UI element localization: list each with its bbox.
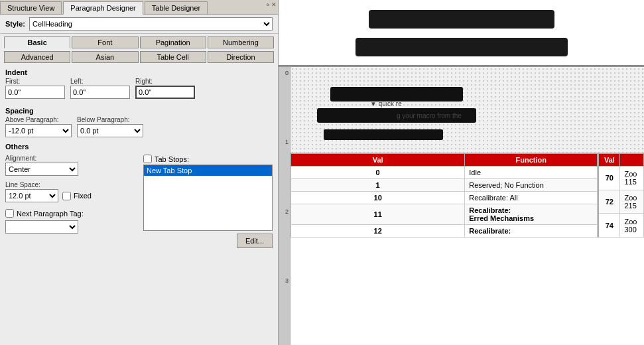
tab-stops-checkbox-row: Tab Stops:	[143, 155, 273, 163]
indent-right-label: Right:	[135, 78, 195, 85]
td-func-11: Recalibrate:Erred Mechanisms	[465, 204, 598, 225]
table-row: 0 Idle	[291, 167, 598, 179]
fixed-checkbox-row: Fixed	[62, 192, 92, 200]
table-row: 1 Reserved; No Function	[291, 179, 598, 192]
doc-thick-bar-2	[355, 38, 568, 56]
others-section: Others	[0, 140, 278, 152]
indent-title: Indent	[5, 68, 273, 76]
sec-row: 72 Zoo215	[598, 190, 643, 214]
style-row: Style: CellHeading	[0, 15, 278, 34]
hint-text2: ▼ quick re	[370, 100, 402, 107]
indent-first-label: First:	[5, 78, 65, 85]
sec-td-70: 70	[598, 167, 620, 190]
alignment-group: Alignment: Center	[5, 155, 138, 176]
tab-stops-checkbox[interactable]	[143, 155, 152, 163]
indent-first-input[interactable]	[5, 86, 65, 99]
subtab-numbering[interactable]: Numbering	[208, 36, 274, 48]
indent-first-group: First:	[5, 78, 65, 99]
others-title: Others	[5, 143, 273, 151]
td-val-10: 10	[291, 192, 465, 204]
spacing-below-label: Below Paragraph:	[77, 116, 143, 123]
subtab-advanced[interactable]: Advanced	[4, 51, 70, 63]
tab-structure-view[interactable]: Structure View	[0, 1, 62, 14]
spacing-section: Spacing Above Paragraph: -12.0 pt Below …	[0, 104, 278, 140]
alignment-select[interactable]: Center	[5, 163, 78, 176]
map-section: g your macro from the ▼ quick re	[290, 67, 644, 153]
tab-bar: Structure View Paragraph Designer Table …	[0, 0, 278, 15]
style-select[interactable]: CellHeading	[29, 17, 273, 31]
fixed-label: Fixed	[74, 192, 92, 200]
line-numbers: 0 1 2 3	[279, 67, 290, 345]
td-func-12: Recalibrate:	[465, 225, 598, 238]
others-content: Alignment: Center Line Space: 12.0 pt Fi…	[0, 152, 278, 251]
others-right-col: Tab Stops: New Tab Stop Edit...	[143, 155, 273, 248]
tab-paragraph-designer[interactable]: Paragraph Designer	[63, 1, 143, 15]
subtab-direction[interactable]: Direction	[208, 51, 274, 63]
edit-button[interactable]: Edit...	[237, 234, 273, 248]
tab-stop-item-new[interactable]: New Tab Stop	[144, 165, 272, 176]
tab-stops-label: Tab Stops:	[155, 155, 189, 163]
spacing-title: Spacing	[5, 107, 273, 115]
subtab-basic[interactable]: Basic	[4, 36, 70, 48]
indent-left-group: Left:	[70, 78, 130, 99]
spacing-above-group: Above Paragraph: -12.0 pt	[5, 116, 72, 137]
indent-right-input[interactable]	[135, 86, 195, 99]
sec-td-zoo1: Zoo115	[620, 167, 644, 190]
line-space-label: Line Space:	[5, 181, 138, 188]
subtab-asian[interactable]: Asian	[72, 51, 138, 63]
table-row: 12 Recalibrate:	[291, 225, 598, 238]
indent-fields: First: Left: Right:	[5, 78, 273, 99]
spacing-fields: Above Paragraph: -12.0 pt Below Paragrap…	[5, 116, 273, 137]
subtab-font[interactable]: Font	[72, 36, 138, 48]
sec-row: 74 Zoo300	[598, 214, 643, 238]
next-para-select[interactable]	[5, 220, 78, 234]
td-func-1: Reserved; No Function	[465, 179, 598, 192]
td-func-0: Idle	[465, 167, 598, 179]
td-func-10: Recalibrate: All	[465, 192, 598, 204]
page-content: g your macro from the ▼ quick re Val Fun…	[290, 67, 644, 345]
right-bottom: 0 1 2 3 g your macro from the ▼ quick re	[279, 67, 644, 345]
right-panel: 0 1 2 3 g your macro from the ▼ quick re	[279, 0, 644, 345]
spacing-above-select[interactable]: -12.0 pt	[5, 124, 72, 137]
indent-left-label: Left:	[70, 78, 130, 85]
td-val-0: 0	[291, 167, 465, 179]
line-num-1: 1	[279, 137, 290, 206]
secondary-table: Val 70 Zoo115 72 Zoo215	[598, 153, 644, 238]
data-table: Val Function 0 Idle 1 Reserved; No	[290, 153, 598, 238]
line-num-2: 2	[279, 207, 290, 276]
indent-left-input[interactable]	[70, 86, 130, 99]
tab-stops-list[interactable]: New Tab Stop	[143, 165, 273, 231]
indent-right-group: Right:	[135, 78, 195, 99]
line-space-select[interactable]: 12.0 pt	[5, 189, 58, 202]
subtab-table-cell[interactable]: Table Cell	[140, 51, 206, 63]
style-label: Style:	[5, 20, 25, 28]
fixed-checkbox[interactable]	[62, 192, 71, 200]
th-val: Val	[291, 154, 465, 167]
sec-td-72: 72	[598, 190, 620, 214]
tab-table-designer[interactable]: Table Designer	[145, 1, 208, 14]
indent-section: Indent First: Left: Right:	[0, 66, 278, 104]
next-para-label: Next Paragraph Tag:	[17, 210, 84, 218]
sub-tabs-row2: Advanced Asian Table Cell Direction	[0, 50, 278, 66]
doc-top-section	[279, 0, 644, 66]
spacing-below-group: Below Paragraph: 0.0 pt	[77, 116, 143, 137]
sec-th-val: Val	[598, 154, 620, 167]
sub-tabs-row1: Basic Font Pagination Numbering	[0, 34, 278, 50]
sec-td-74: 74	[598, 214, 620, 238]
next-para-checkbox[interactable]	[5, 209, 14, 218]
table-row: 11 Recalibrate:Erred Mechanisms	[291, 204, 598, 225]
panel-collapse-arrows[interactable]: « ✕	[266, 1, 277, 8]
table-row: 10 Recalibrate: All	[291, 192, 598, 204]
text-bar-1	[330, 87, 463, 102]
others-left-col: Alignment: Center Line Space: 12.0 pt Fi…	[5, 155, 138, 248]
next-para-group: Next Paragraph Tag:	[5, 209, 138, 234]
text-bar-3	[324, 129, 443, 140]
table-wrapper: Val Function 0 Idle 1 Reserved; No	[290, 153, 644, 238]
alignment-label: Alignment:	[5, 155, 138, 162]
spacing-below-select[interactable]: 0.0 pt	[77, 124, 143, 137]
line-space-row: 12.0 pt Fixed	[5, 189, 138, 202]
line-num-0: 0	[279, 68, 290, 137]
td-val-11: 11	[291, 204, 465, 225]
subtab-pagination[interactable]: Pagination	[140, 36, 206, 48]
sec-th-empty	[620, 154, 644, 167]
